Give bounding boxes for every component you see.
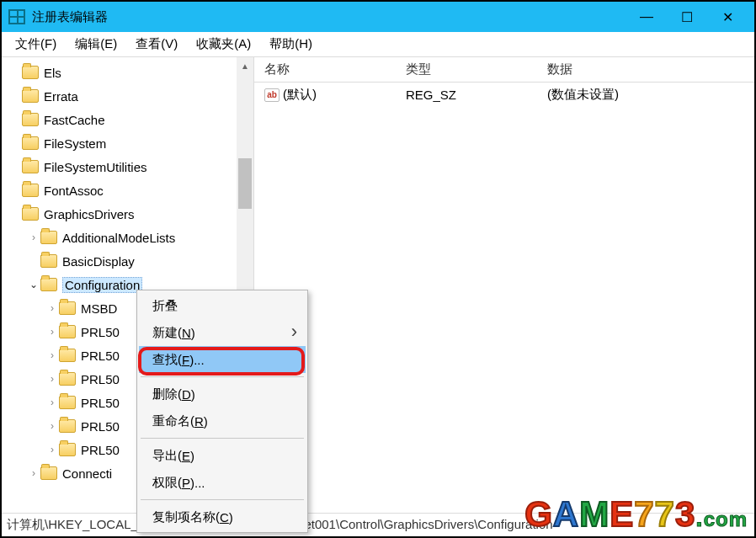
value-name-cell: ab(默认) — [254, 87, 396, 103]
value-type: REG_SZ — [396, 88, 537, 102]
folder-icon — [59, 349, 76, 362]
folder-icon — [40, 254, 57, 268]
tree-node-label: Configuration — [62, 277, 142, 293]
col-data[interactable]: 数据 — [537, 61, 754, 77]
folder-icon — [59, 443, 76, 456]
tree-node-label: FastCache — [44, 113, 105, 127]
value-name: (默认) — [283, 87, 317, 101]
tree-node[interactable]: GraphicsDrivers — [2, 202, 253, 226]
close-button[interactable]: ✕ — [707, 2, 748, 32]
tree-node-label: PRL50 — [81, 396, 120, 410]
ctx-find[interactable]: 查找(F)... — [139, 346, 306, 373]
folder-icon — [22, 184, 39, 197]
expand-arrow-icon[interactable]: › — [45, 444, 59, 455]
ctx-permissions[interactable]: 权限(P)... — [139, 469, 306, 496]
ctx-new[interactable]: 新建(N) — [139, 319, 306, 346]
tree-node-label: PRL50 — [81, 325, 120, 339]
scroll-thumb[interactable] — [238, 158, 252, 209]
expand-arrow-icon[interactable]: › — [45, 420, 59, 432]
tree-node-label: BasicDisplay — [62, 254, 135, 269]
folder-icon — [59, 301, 76, 315]
scroll-up-icon[interactable]: ▲ — [237, 57, 253, 74]
tree-node-label: Els — [44, 66, 61, 80]
tree-node-label: PRL50 — [81, 443, 120, 457]
folder-icon — [22, 160, 39, 173]
value-data: (数值未设置) — [537, 87, 754, 103]
expand-arrow-icon[interactable]: › — [45, 349, 59, 361]
ctx-rename[interactable]: 重命名(R) — [139, 407, 306, 434]
ctx-copy-key-name[interactable]: 复制项名称(C) — [139, 503, 306, 530]
tree-node[interactable]: FontAssoc — [2, 178, 253, 202]
folder-icon — [22, 207, 39, 221]
folder-icon — [59, 419, 76, 433]
tree-node-label: FontAssoc — [44, 184, 104, 198]
expand-arrow-icon[interactable]: › — [45, 302, 59, 314]
expand-arrow-icon[interactable]: › — [45, 326, 59, 338]
menubar: 文件(F) 编辑(E) 查看(V) 收藏夹(A) 帮助(H) — [2, 32, 754, 57]
separator — [141, 499, 304, 500]
content-area: ElsErrataFastCacheFileSystemFileSystemUt… — [2, 57, 754, 513]
ctx-collapse[interactable]: 折叠 — [139, 292, 306, 319]
titlebar: 注册表编辑器 — ☐ ✕ — [2, 2, 754, 32]
tree-node-label: FileSystem — [44, 136, 106, 151]
folder-icon — [40, 231, 57, 244]
expand-arrow-icon[interactable]: ⌄ — [27, 279, 40, 290]
tree-node[interactable]: FileSystemUtilities — [2, 155, 253, 178]
tree-node[interactable]: BasicDisplay — [2, 249, 253, 273]
tree-node[interactable]: ›AdditionalModeLists — [2, 226, 253, 249]
tree-node-label: FileSystemUtilities — [44, 160, 147, 174]
folder-icon — [40, 466, 57, 480]
folder-icon — [22, 136, 39, 150]
tree-node-label: PRL50 — [81, 349, 120, 363]
string-value-icon: ab — [264, 88, 280, 102]
tree-node-label: Connecti — [62, 466, 112, 481]
window-title: 注册表编辑器 — [32, 9, 108, 25]
col-name[interactable]: 名称 — [254, 61, 396, 77]
regedit-icon — [8, 9, 25, 24]
expand-arrow-icon[interactable]: › — [27, 467, 40, 479]
menu-view[interactable]: 查看(V) — [127, 33, 186, 56]
window-controls: — ☐ ✕ — [626, 2, 748, 32]
tree-node-label: Errata — [44, 89, 78, 104]
context-menu: 折叠 新建(N) 查找(F)... 删除(D) 重命名(R) 导出(E) 权限(… — [136, 290, 308, 533]
tree-node[interactable]: FastCache — [2, 108, 253, 131]
tree-node[interactable]: Els — [2, 61, 253, 84]
tree-node-label: AdditionalModeLists — [62, 231, 175, 245]
folder-icon — [22, 89, 39, 103]
tree-node-label: PRL50 — [81, 372, 120, 386]
folder-icon — [59, 372, 76, 386]
menu-file[interactable]: 文件(F) — [7, 33, 65, 56]
folder-icon — [59, 396, 76, 409]
ctx-export[interactable]: 导出(E) — [139, 442, 306, 469]
separator — [141, 376, 304, 377]
separator — [141, 438, 304, 439]
tree-node[interactable]: FileSystem — [2, 131, 253, 155]
maximize-button[interactable]: ☐ — [667, 2, 707, 32]
list-header: 名称 类型 数据 — [254, 57, 754, 83]
tree-node-label: GraphicsDrivers — [44, 207, 135, 221]
values-panel: 名称 类型 数据 ab(默认) REG_SZ (数值未设置) — [254, 57, 754, 513]
ctx-delete[interactable]: 删除(D) — [139, 381, 306, 407]
menu-edit[interactable]: 编辑(E) — [67, 33, 125, 56]
tree-node-label: MSBD — [81, 301, 117, 316]
expand-arrow-icon[interactable]: › — [45, 373, 59, 385]
folder-icon — [22, 113, 39, 126]
folder-icon — [40, 278, 57, 291]
folder-icon — [59, 325, 76, 338]
col-type[interactable]: 类型 — [396, 61, 537, 77]
minimize-button[interactable]: — — [626, 2, 667, 32]
value-row[interactable]: ab(默认) REG_SZ (数值未设置) — [254, 83, 754, 106]
watermark-logo: G A M E 7 7 3 . com — [524, 494, 748, 535]
menu-help[interactable]: 帮助(H) — [261, 33, 321, 56]
tree-node-label: PRL50 — [81, 419, 120, 434]
folder-icon — [22, 66, 39, 79]
tree-node[interactable]: Errata — [2, 84, 253, 108]
menu-favorites[interactable]: 收藏夹(A) — [188, 33, 259, 56]
expand-arrow-icon[interactable]: › — [45, 397, 59, 408]
expand-arrow-icon[interactable]: › — [27, 232, 40, 243]
